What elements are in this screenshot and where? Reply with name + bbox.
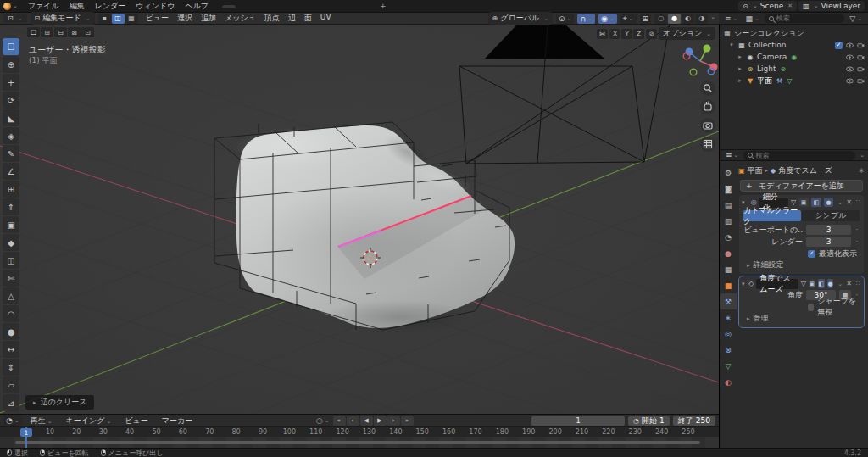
properties-tab-scene[interactable]: ◔ xyxy=(720,229,737,245)
outliner-row-camera[interactable]: ▸ ◉ Camera ◉ xyxy=(721,51,866,63)
disable-render-icon[interactable] xyxy=(857,65,865,73)
object-mesh[interactable] xyxy=(233,125,515,334)
auto-keyframe-button[interactable]: ○⌄ xyxy=(316,416,330,425)
tool-button-knife[interactable]: ✄ xyxy=(3,270,19,287)
disable-render-icon[interactable] xyxy=(857,77,865,85)
camera-view-button[interactable] xyxy=(700,118,715,133)
transport-button[interactable]: ▶ xyxy=(374,416,387,426)
modifier-name-field[interactable]: 角度でスムーズ xyxy=(756,279,798,289)
shading-solid-button[interactable]: ● xyxy=(668,14,681,24)
outliner-editor-button[interactable]: ≡⌄ xyxy=(722,14,740,24)
mirror-axis-button[interactable]: Z xyxy=(633,29,644,39)
unlink-icon[interactable]: ✕ xyxy=(787,3,793,9)
mirror-axis-button[interactable]: Y xyxy=(621,29,632,39)
collection-checkbox[interactable]: ✓ xyxy=(835,42,843,49)
blender-logo-icon[interactable]: ⌄ xyxy=(3,3,18,10)
tool-button-rotate[interactable]: ⟳ xyxy=(3,92,19,109)
shading-rendered-button[interactable]: ◑ xyxy=(695,14,708,24)
select-mode-button-edge[interactable]: ◫ xyxy=(112,14,125,24)
snap-toggle-button[interactable]: ∩⌄ xyxy=(577,14,594,24)
properties-tab-render[interactable]: ◙ xyxy=(720,181,737,197)
ignore-sharpness-checkbox[interactable] xyxy=(808,304,814,311)
collapse-icon[interactable]: ▾ xyxy=(742,281,746,287)
menu-item[interactable]: ヘルプ xyxy=(180,1,214,12)
disable-render-icon[interactable] xyxy=(857,53,865,61)
mirror-axis-button[interactable]: X xyxy=(609,29,620,39)
transport-button[interactable]: ◀ xyxy=(360,416,373,426)
hide-eye-icon[interactable] xyxy=(846,65,854,73)
modifier-extras-dropdown[interactable]: ⌄ xyxy=(837,281,843,287)
render-levels-field[interactable]: 3 xyxy=(806,237,851,247)
viewport-3d[interactable]: ☐⊞⊟⊠⊡ ⋈ XYZ ⊘ オプション ⌄ ☐⊕+⟳◣◈✎∠⊞⇑▣◆◫✄△◠●↔… xyxy=(0,25,719,414)
workspace-tab[interactable] xyxy=(358,5,371,8)
transport-button[interactable]: › xyxy=(387,416,400,426)
outliner-row-light[interactable]: ▸ ⊛ Light ⊛ xyxy=(721,63,866,75)
drag-handle[interactable]: ∷ xyxy=(856,198,861,206)
vertex-group-funnel-icon[interactable]: ▽ xyxy=(801,280,806,287)
outliner-display-mode-button[interactable]: ▦⌄ xyxy=(743,14,761,24)
workspace-tab[interactable] xyxy=(290,5,303,8)
select-mode-button-face[interactable]: ▦ xyxy=(125,14,138,24)
camera-object[interactable] xyxy=(459,25,671,164)
workspace-tab[interactable] xyxy=(249,5,263,8)
workspace-tab[interactable] xyxy=(236,5,249,8)
workspace-tab[interactable] xyxy=(263,5,276,8)
animate-dot[interactable]: · xyxy=(854,226,860,234)
proportional-edit-button[interactable]: ◉⌄ xyxy=(598,14,617,24)
viewport-menu[interactable]: メッシュ xyxy=(220,13,260,24)
scene-canvas[interactable] xyxy=(0,25,719,414)
mode-selector[interactable]: ⊡ 編集モード ⌄ xyxy=(31,12,95,25)
catmull-clark-tab[interactable]: カトマルクラーク xyxy=(743,210,801,221)
tool-button-poly-build[interactable]: △ xyxy=(3,287,19,304)
drag-handle[interactable]: ∷ xyxy=(856,280,861,287)
pin-icon[interactable]: ∗ xyxy=(858,166,865,175)
hide-eye-icon[interactable] xyxy=(846,53,854,61)
tool-button-measure[interactable]: ∠ xyxy=(3,163,19,180)
properties-tab-constraints[interactable]: ⊗ xyxy=(720,342,737,358)
menu-item[interactable]: ウィンドウ xyxy=(131,1,180,12)
viewport-menu[interactable]: 選択 xyxy=(173,13,197,24)
advanced-section[interactable]: ▸ 詳細設定 xyxy=(742,259,861,270)
current-frame-field[interactable]: 1 xyxy=(531,416,625,426)
properties-tab-tool[interactable]: ⚙ xyxy=(720,164,737,181)
overlays-toggle-button[interactable]: ⊞ xyxy=(640,14,652,24)
keying-menu[interactable]: キーイング⌄ xyxy=(61,415,117,426)
tool-button-extrude[interactable]: ⇑ xyxy=(3,198,19,215)
shading-wireframe-button[interactable]: ○ xyxy=(654,14,667,24)
properties-tab-world[interactable]: ● xyxy=(720,245,737,261)
orientation-selector[interactable]: ⊕ グローバル ⌄ xyxy=(488,12,553,25)
add-workspace-button[interactable]: + xyxy=(373,1,393,12)
select-option-button-extend[interactable]: ⊞ xyxy=(41,27,53,37)
tool-button-add-cube[interactable]: ⊞ xyxy=(3,181,19,198)
editor-type-button[interactable]: ⊡ ⌄ xyxy=(3,14,27,23)
end-frame-field[interactable]: 終了 250 xyxy=(673,416,715,426)
remove-modifier-button[interactable]: ✕ xyxy=(846,198,852,206)
ortho-toggle-button[interactable] xyxy=(700,137,715,152)
select-option-button-set[interactable]: ☐ xyxy=(27,27,40,37)
properties-tab-particles[interactable]: ∗ xyxy=(720,309,737,326)
workspace-tab[interactable] xyxy=(276,5,290,8)
tool-button-shear[interactable]: ▱ xyxy=(3,376,19,393)
hide-eye-icon[interactable] xyxy=(846,77,854,85)
workspace-tab[interactable] xyxy=(222,5,236,8)
viewlayer-selector[interactable]: ▥ ⌄ ViewLayer xyxy=(798,1,865,11)
properties-search[interactable] xyxy=(743,151,855,160)
start-frame-field[interactable]: ◔ 開始 1 xyxy=(628,416,670,426)
workspace-tab[interactable] xyxy=(331,5,344,8)
timeline-scrollbar[interactable] xyxy=(15,441,700,444)
transport-button[interactable]: ‹ xyxy=(347,416,359,426)
pan-button[interactable] xyxy=(700,99,715,114)
viewport-menu[interactable]: ビュー xyxy=(142,13,173,24)
add-modifier-button[interactable]: + モディファイアーを追加 xyxy=(740,180,863,192)
menu-item[interactable]: 編集 xyxy=(64,1,90,12)
properties-tab-material[interactable]: ◐ xyxy=(720,374,737,390)
tool-button-scale[interactable]: ◣ xyxy=(3,109,19,126)
breadcrumb-object[interactable]: 平面 xyxy=(748,165,763,176)
optimal-display-checkbox[interactable]: ✓ xyxy=(808,250,815,258)
tool-button-select-box[interactable]: ☐ xyxy=(3,38,19,55)
display-render-toggle[interactable]: ● xyxy=(824,198,834,207)
properties-search-input[interactable] xyxy=(755,152,851,159)
view-menu[interactable]: ビュー xyxy=(120,415,153,426)
properties-tab-data[interactable]: ▽ xyxy=(720,358,737,374)
shading-material-button[interactable]: ◐ xyxy=(682,14,694,24)
